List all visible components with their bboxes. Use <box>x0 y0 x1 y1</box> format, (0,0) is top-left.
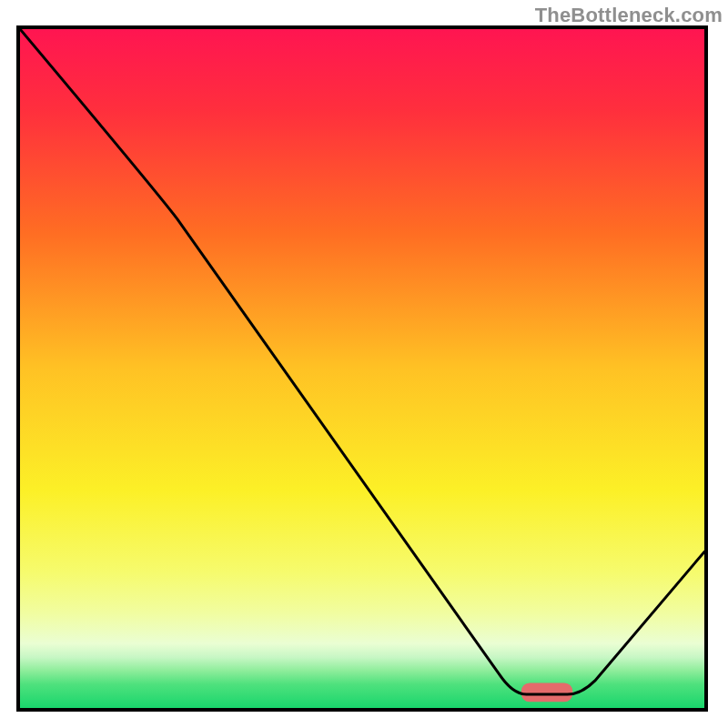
watermark-label: TheBottleneck.com <box>535 4 723 27</box>
chart-svg <box>20 29 704 708</box>
chart-background <box>20 29 704 708</box>
optimal-region-marker <box>521 682 572 702</box>
chart-frame <box>16 25 708 712</box>
